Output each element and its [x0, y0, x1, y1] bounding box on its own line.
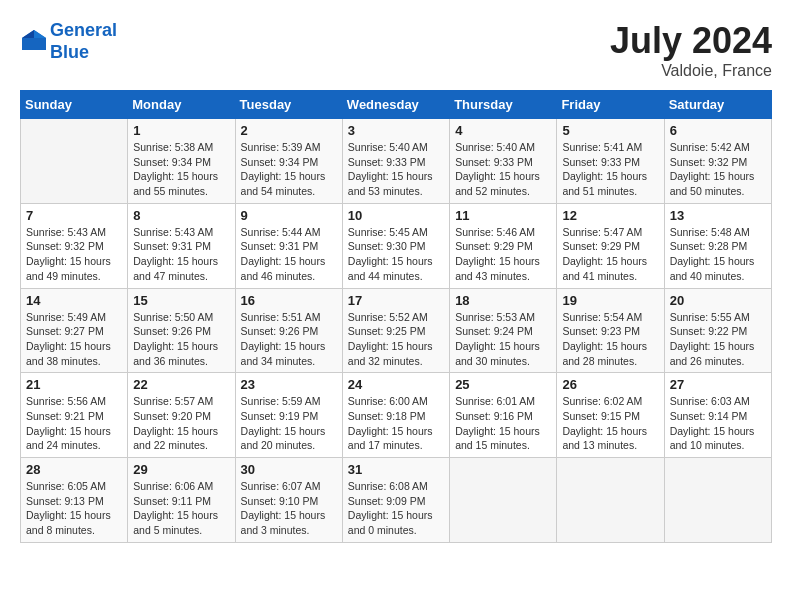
calendar-cell: 29Sunrise: 6:06 AM Sunset: 9:11 PM Dayli…	[128, 458, 235, 543]
day-number: 9	[241, 208, 337, 223]
day-number: 10	[348, 208, 444, 223]
day-info: Sunrise: 5:55 AM Sunset: 9:22 PM Dayligh…	[670, 310, 766, 369]
weekday-header-wednesday: Wednesday	[342, 91, 449, 119]
day-info: Sunrise: 6:03 AM Sunset: 9:14 PM Dayligh…	[670, 394, 766, 453]
weekday-header-thursday: Thursday	[450, 91, 557, 119]
day-number: 4	[455, 123, 551, 138]
day-number: 17	[348, 293, 444, 308]
day-number: 21	[26, 377, 122, 392]
day-number: 25	[455, 377, 551, 392]
day-number: 18	[455, 293, 551, 308]
location-title: Valdoie, France	[610, 62, 772, 80]
calendar-cell: 11Sunrise: 5:46 AM Sunset: 9:29 PM Dayli…	[450, 203, 557, 288]
day-info: Sunrise: 5:48 AM Sunset: 9:28 PM Dayligh…	[670, 225, 766, 284]
day-info: Sunrise: 6:08 AM Sunset: 9:09 PM Dayligh…	[348, 479, 444, 538]
calendar-cell: 25Sunrise: 6:01 AM Sunset: 9:16 PM Dayli…	[450, 373, 557, 458]
calendar-cell: 1Sunrise: 5:38 AM Sunset: 9:34 PM Daylig…	[128, 119, 235, 204]
weekday-header-friday: Friday	[557, 91, 664, 119]
day-info: Sunrise: 6:07 AM Sunset: 9:10 PM Dayligh…	[241, 479, 337, 538]
weekday-header-row: SundayMondayTuesdayWednesdayThursdayFrid…	[21, 91, 772, 119]
day-info: Sunrise: 5:50 AM Sunset: 9:26 PM Dayligh…	[133, 310, 229, 369]
calendar-cell: 26Sunrise: 6:02 AM Sunset: 9:15 PM Dayli…	[557, 373, 664, 458]
calendar-cell: 8Sunrise: 5:43 AM Sunset: 9:31 PM Daylig…	[128, 203, 235, 288]
calendar-cell: 16Sunrise: 5:51 AM Sunset: 9:26 PM Dayli…	[235, 288, 342, 373]
day-info: Sunrise: 5:40 AM Sunset: 9:33 PM Dayligh…	[455, 140, 551, 199]
calendar-cell: 12Sunrise: 5:47 AM Sunset: 9:29 PM Dayli…	[557, 203, 664, 288]
calendar-cell: 20Sunrise: 5:55 AM Sunset: 9:22 PM Dayli…	[664, 288, 771, 373]
calendar-cell: 30Sunrise: 6:07 AM Sunset: 9:10 PM Dayli…	[235, 458, 342, 543]
calendar-cell: 18Sunrise: 5:53 AM Sunset: 9:24 PM Dayli…	[450, 288, 557, 373]
day-number: 27	[670, 377, 766, 392]
weekday-header-monday: Monday	[128, 91, 235, 119]
calendar-cell: 5Sunrise: 5:41 AM Sunset: 9:33 PM Daylig…	[557, 119, 664, 204]
page-header: General Blue July 2024 Valdoie, France	[20, 20, 772, 80]
day-info: Sunrise: 6:01 AM Sunset: 9:16 PM Dayligh…	[455, 394, 551, 453]
day-info: Sunrise: 5:47 AM Sunset: 9:29 PM Dayligh…	[562, 225, 658, 284]
day-info: Sunrise: 5:41 AM Sunset: 9:33 PM Dayligh…	[562, 140, 658, 199]
day-info: Sunrise: 5:42 AM Sunset: 9:32 PM Dayligh…	[670, 140, 766, 199]
calendar-cell: 21Sunrise: 5:56 AM Sunset: 9:21 PM Dayli…	[21, 373, 128, 458]
day-info: Sunrise: 6:00 AM Sunset: 9:18 PM Dayligh…	[348, 394, 444, 453]
calendar-cell: 28Sunrise: 6:05 AM Sunset: 9:13 PM Dayli…	[21, 458, 128, 543]
day-number: 3	[348, 123, 444, 138]
logo-text: General Blue	[50, 20, 117, 63]
day-info: Sunrise: 5:43 AM Sunset: 9:31 PM Dayligh…	[133, 225, 229, 284]
week-row-4: 21Sunrise: 5:56 AM Sunset: 9:21 PM Dayli…	[21, 373, 772, 458]
calendar-cell: 9Sunrise: 5:44 AM Sunset: 9:31 PM Daylig…	[235, 203, 342, 288]
day-number: 1	[133, 123, 229, 138]
day-info: Sunrise: 5:40 AM Sunset: 9:33 PM Dayligh…	[348, 140, 444, 199]
day-number: 19	[562, 293, 658, 308]
week-row-2: 7Sunrise: 5:43 AM Sunset: 9:32 PM Daylig…	[21, 203, 772, 288]
day-info: Sunrise: 5:44 AM Sunset: 9:31 PM Dayligh…	[241, 225, 337, 284]
day-info: Sunrise: 5:59 AM Sunset: 9:19 PM Dayligh…	[241, 394, 337, 453]
day-number: 2	[241, 123, 337, 138]
calendar-cell: 19Sunrise: 5:54 AM Sunset: 9:23 PM Dayli…	[557, 288, 664, 373]
day-number: 30	[241, 462, 337, 477]
calendar-cell: 4Sunrise: 5:40 AM Sunset: 9:33 PM Daylig…	[450, 119, 557, 204]
calendar-cell: 2Sunrise: 5:39 AM Sunset: 9:34 PM Daylig…	[235, 119, 342, 204]
calendar-cell	[450, 458, 557, 543]
day-info: Sunrise: 6:06 AM Sunset: 9:11 PM Dayligh…	[133, 479, 229, 538]
week-row-1: 1Sunrise: 5:38 AM Sunset: 9:34 PM Daylig…	[21, 119, 772, 204]
calendar-cell	[664, 458, 771, 543]
weekday-header-sunday: Sunday	[21, 91, 128, 119]
day-number: 20	[670, 293, 766, 308]
day-info: Sunrise: 5:46 AM Sunset: 9:29 PM Dayligh…	[455, 225, 551, 284]
calendar-cell: 17Sunrise: 5:52 AM Sunset: 9:25 PM Dayli…	[342, 288, 449, 373]
day-info: Sunrise: 5:57 AM Sunset: 9:20 PM Dayligh…	[133, 394, 229, 453]
calendar-cell: 14Sunrise: 5:49 AM Sunset: 9:27 PM Dayli…	[21, 288, 128, 373]
day-number: 8	[133, 208, 229, 223]
day-info: Sunrise: 5:52 AM Sunset: 9:25 PM Dayligh…	[348, 310, 444, 369]
day-number: 24	[348, 377, 444, 392]
calendar-cell: 3Sunrise: 5:40 AM Sunset: 9:33 PM Daylig…	[342, 119, 449, 204]
day-number: 5	[562, 123, 658, 138]
day-number: 22	[133, 377, 229, 392]
calendar-table: SundayMondayTuesdayWednesdayThursdayFrid…	[20, 90, 772, 543]
calendar-cell: 22Sunrise: 5:57 AM Sunset: 9:20 PM Dayli…	[128, 373, 235, 458]
svg-marker-2	[22, 30, 34, 38]
day-number: 12	[562, 208, 658, 223]
day-info: Sunrise: 5:38 AM Sunset: 9:34 PM Dayligh…	[133, 140, 229, 199]
day-info: Sunrise: 6:05 AM Sunset: 9:13 PM Dayligh…	[26, 479, 122, 538]
day-number: 14	[26, 293, 122, 308]
week-row-3: 14Sunrise: 5:49 AM Sunset: 9:27 PM Dayli…	[21, 288, 772, 373]
calendar-cell: 15Sunrise: 5:50 AM Sunset: 9:26 PM Dayli…	[128, 288, 235, 373]
weekday-header-tuesday: Tuesday	[235, 91, 342, 119]
day-number: 28	[26, 462, 122, 477]
day-info: Sunrise: 5:54 AM Sunset: 9:23 PM Dayligh…	[562, 310, 658, 369]
calendar-cell: 31Sunrise: 6:08 AM Sunset: 9:09 PM Dayli…	[342, 458, 449, 543]
month-title: July 2024	[610, 20, 772, 62]
calendar-cell	[557, 458, 664, 543]
day-info: Sunrise: 5:49 AM Sunset: 9:27 PM Dayligh…	[26, 310, 122, 369]
calendar-cell: 23Sunrise: 5:59 AM Sunset: 9:19 PM Dayli…	[235, 373, 342, 458]
calendar-cell: 24Sunrise: 6:00 AM Sunset: 9:18 PM Dayli…	[342, 373, 449, 458]
svg-marker-1	[34, 30, 46, 38]
day-number: 15	[133, 293, 229, 308]
day-number: 31	[348, 462, 444, 477]
calendar-cell: 6Sunrise: 5:42 AM Sunset: 9:32 PM Daylig…	[664, 119, 771, 204]
day-info: Sunrise: 5:56 AM Sunset: 9:21 PM Dayligh…	[26, 394, 122, 453]
day-info: Sunrise: 5:51 AM Sunset: 9:26 PM Dayligh…	[241, 310, 337, 369]
day-info: Sunrise: 5:45 AM Sunset: 9:30 PM Dayligh…	[348, 225, 444, 284]
day-info: Sunrise: 5:53 AM Sunset: 9:24 PM Dayligh…	[455, 310, 551, 369]
calendar-cell	[21, 119, 128, 204]
